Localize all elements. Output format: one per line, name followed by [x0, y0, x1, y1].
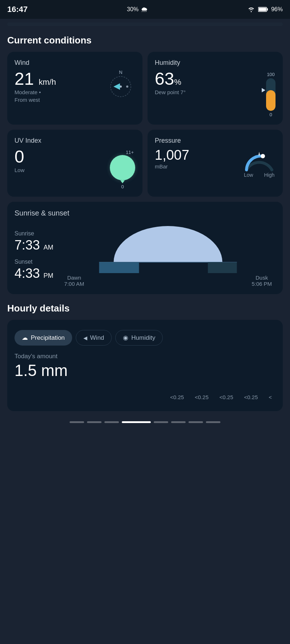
pressure-low: Low [244, 172, 253, 178]
precip-val-5: < [269, 394, 272, 400]
wind-desc1: Moderate • [14, 89, 56, 95]
gauge-min-label: 0 [269, 112, 272, 117]
battery-pct: 30% [127, 6, 138, 13]
weather-icon: 🌧 [141, 5, 148, 14]
uv-min: 0 [121, 184, 124, 189]
uv-gauge: 11+ 0 [110, 150, 135, 189]
nav-dot-1 [70, 421, 84, 423]
tab-precipitation[interactable]: ☁ Precipitation [14, 330, 72, 346]
sunrise-sunset-card: Sunrise & sunset Sunrise 7:33 AM Sunset … [7, 202, 283, 294]
pressure-arc-svg [243, 148, 276, 173]
sunrise-time: 7:33 AM [14, 238, 53, 253]
nav-dot-6 [171, 421, 186, 423]
status-bar: 16:47 30% 🌧 96% [0, 0, 290, 19]
humidity-tab-label: Humidity [131, 334, 155, 342]
humidity-gauge: 100 0 [266, 72, 276, 117]
hourly-tabs[interactable]: ☁ Precipitation ◀ Wind ◉ Humidity [14, 330, 276, 346]
gauge-arrow [262, 88, 265, 92]
battery-icon [258, 7, 268, 12]
compass-north: N [119, 70, 122, 75]
svg-rect-12 [99, 262, 139, 273]
precip-val-4: <0.25 [244, 394, 258, 400]
svg-point-7 [261, 154, 265, 158]
sun-content: Sunrise 7:33 AM Sunset 4:33 PM [14, 222, 276, 287]
wind-tab-label: Wind [90, 334, 104, 342]
svg-rect-1 [267, 8, 268, 11]
dawn-info: Dawn 7:00 AM [64, 275, 84, 287]
pressure-card: Pressure 1,007 mBar [148, 130, 283, 197]
humidity-title: Humidity [155, 59, 276, 67]
uv-circle [110, 155, 135, 180]
gauge-bar [266, 78, 276, 111]
sun-arc-svg [61, 222, 276, 280]
precipitation-icon: ☁ [22, 334, 28, 342]
current-conditions-title: Current conditions [7, 35, 283, 46]
wind-title: Wind [14, 59, 135, 67]
wind-compass: N [106, 70, 135, 99]
uv-max: 11+ [126, 150, 134, 155]
status-center: 30% 🌧 [127, 5, 148, 14]
uv-card: UV Index 0 Low 11+ 0 [7, 130, 142, 197]
cards-row-1: Wind 21 km/h Moderate • From west N [7, 52, 283, 125]
precip-val-2: <0.25 [195, 394, 208, 400]
dusk-info: Dusk 5:06 PM [252, 275, 272, 287]
hourly-details-title: Hourly details [7, 303, 283, 314]
sun-times: Sunrise 7:33 AM Sunset 4:33 PM [14, 230, 53, 287]
scroll-indicator [7, 22, 283, 26]
humidity-tab-icon: ◉ [123, 334, 128, 342]
tab-wind[interactable]: ◀ Wind [76, 330, 112, 346]
wind-tab-icon: ◀ [83, 335, 87, 341]
pressure-title: Pressure [155, 137, 276, 145]
uv-label: Low [14, 167, 25, 173]
dawn-label: Dawn [64, 275, 84, 281]
amount-value: 1.5 mm [14, 361, 276, 380]
humidity-card: Humidity 63% Dew point 7° 100 [148, 52, 283, 125]
gauge-fill [266, 90, 276, 111]
nav-dot-2 [87, 421, 102, 423]
precip-val-3: <0.25 [219, 394, 233, 400]
svg-rect-2 [258, 8, 266, 11]
main-content: Current conditions Wind 21 km/h Moderate… [0, 35, 290, 426]
nav-dot-3 [104, 421, 119, 423]
sunrise-label: Sunrise [14, 230, 53, 237]
wifi-icon [247, 7, 255, 12]
tab-humidity[interactable]: ◉ Humidity [115, 330, 163, 346]
sun-arc-container: Dawn 7:00 AM Dusk 5:06 PM [61, 222, 276, 287]
wind-desc2: From west [14, 97, 56, 103]
battery-charge: 96% [271, 6, 283, 13]
amount-label: Today's amount [14, 353, 276, 360]
dawn-time: 7:00 AM [64, 281, 84, 287]
uv-title: UV Index [14, 137, 135, 145]
dusk-time: 5:06 PM [252, 281, 272, 287]
wind-speed: 21 km/h [14, 70, 56, 88]
status-right: 96% [247, 6, 283, 13]
precip-val-1: <0.25 [170, 394, 184, 400]
pressure-labels: Low High [244, 172, 274, 178]
svg-marker-8 [258, 152, 260, 155]
precipitation-label: Precipitation [31, 334, 65, 342]
nav-dot-7 [188, 421, 203, 423]
status-time: 16:47 [7, 5, 28, 14]
sunset-time: 4:33 PM [14, 266, 53, 281]
precip-values: <0.25 <0.25 <0.25 <0.25 < [14, 394, 276, 404]
nav-dot-4-active [122, 421, 151, 423]
dew-point: Dew point 7° [155, 89, 186, 95]
humidity-value: 63% [155, 70, 186, 88]
nav-dot-5 [154, 421, 168, 423]
sunset-label: Sunset [14, 259, 53, 265]
pressure-value: 1,007 [155, 148, 189, 162]
gauge-bar-container [266, 78, 276, 111]
uv-value: 0 [14, 148, 25, 166]
svg-point-6 [126, 85, 128, 88]
cards-row-2: UV Index 0 Low 11+ 0 Pressure [7, 130, 283, 197]
pressure-high: High [264, 172, 274, 178]
hourly-card: ☁ Precipitation ◀ Wind ◉ Humidity Today'… [7, 320, 283, 411]
sunrise-sunset-title: Sunrise & sunset [14, 209, 276, 217]
nav-dot-8 [206, 421, 220, 423]
dusk-label: Dusk [252, 275, 272, 281]
wind-card: Wind 21 km/h Moderate • From west N [7, 52, 142, 125]
pressure-gauge: Low High [243, 148, 276, 178]
nav-dots [7, 416, 283, 426]
uv-indicator-arrow [120, 180, 125, 183]
gauge-max-label: 100 [267, 72, 275, 77]
